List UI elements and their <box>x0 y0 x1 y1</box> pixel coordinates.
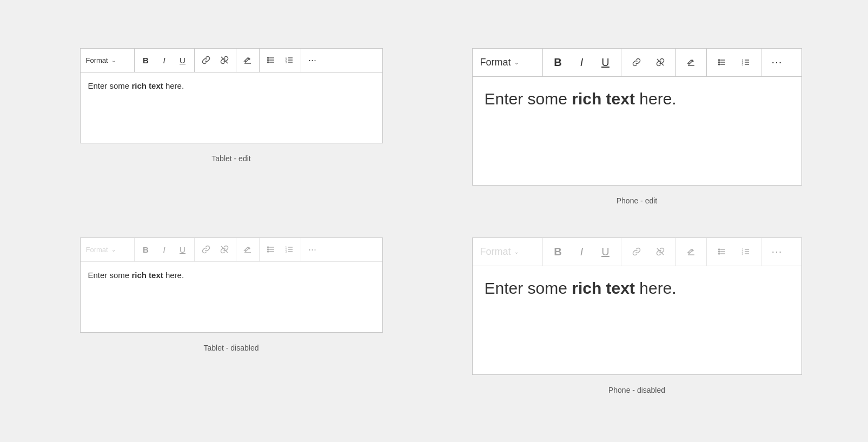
toolbar-group-style-phone: B I U <box>543 49 621 76</box>
chevron-down-icon: ⌄ <box>111 57 116 63</box>
bold-button-phone-disabled: B <box>546 238 570 266</box>
more-button[interactable]: ⋯ <box>303 49 322 72</box>
content-end-phone-disabled: here. <box>635 279 677 297</box>
list-button[interactable] <box>262 49 280 72</box>
tablet-edit-label: Tablet - edit <box>211 154 250 163</box>
format-dropdown-phone-disabled: Format ⌄ <box>473 238 543 266</box>
unlink-button-phone-disabled <box>648 238 672 266</box>
italic-button[interactable]: I <box>155 49 174 72</box>
page-wrapper: Format ⌄ B I U <box>29 27 840 416</box>
svg-point-21 <box>718 64 719 65</box>
toolbar-group-more-1: ⋯ <box>301 49 324 72</box>
editor-content-phone-edit[interactable]: Enter some rich text here. <box>473 77 801 185</box>
content-plain-phone: Enter some <box>485 90 572 108</box>
underline-button-disabled: U <box>174 238 192 261</box>
svg-point-5 <box>267 57 268 58</box>
content-plain-phone-disabled: Enter some <box>485 279 572 297</box>
ordered-list-button-disabled: 1 2 3 <box>280 238 299 261</box>
toolbar-group-highlight-phone-disabled <box>676 238 707 266</box>
toolbar-group-style-phone-disabled: B I U <box>543 238 621 266</box>
more-button-phone[interactable]: ⋯ <box>765 49 789 76</box>
bold-button-phone[interactable]: B <box>546 49 570 76</box>
toolbar-group-link-phone <box>621 49 676 76</box>
format-dropdown-tablet-disabled: Format ⌄ <box>81 238 135 261</box>
format-dropdown-phone-edit[interactable]: Format ⌄ <box>473 49 543 76</box>
bold-button-disabled: B <box>137 238 155 261</box>
toolbar-group-link-phone-disabled <box>621 238 676 266</box>
highlight-button-phone[interactable] <box>679 49 703 76</box>
toolbar-tablet-disabled: Format ⌄ B I U <box>81 238 382 262</box>
svg-point-33 <box>267 247 268 248</box>
toolbar-group-highlight-phone <box>676 49 707 76</box>
toolbar-group-style-disabled: B I U <box>135 238 195 261</box>
list-button-phone[interactable] <box>710 49 734 76</box>
toolbar-group-highlight-1 <box>236 49 260 72</box>
phone-disabled-demo: Format ⌄ B I U <box>456 238 818 394</box>
italic-button-disabled: I <box>155 238 174 261</box>
toolbar-group-list-1: 1 2 3 <box>260 49 301 72</box>
content-bold-phone: rich text <box>572 90 635 108</box>
ordered-list-button-phone[interactable]: 1 2 3 <box>734 49 758 76</box>
underline-button-phone[interactable]: U <box>594 49 618 76</box>
toolbar-phone-disabled: Format ⌄ B I U <box>473 238 801 266</box>
content-end-disabled: here. <box>163 271 184 280</box>
underline-button-phone-disabled: U <box>594 238 618 266</box>
content-plain-1: Enter some <box>88 81 132 90</box>
format-label: Format <box>86 56 108 64</box>
phone-disabled-label: Phone - disabled <box>608 386 665 394</box>
ordered-list-button[interactable]: 1 2 3 <box>280 49 299 72</box>
tablet-edit-demo: Format ⌄ B I U <box>50 48 413 205</box>
highlight-button[interactable] <box>238 49 257 72</box>
toolbar-group-list-disabled: 1 2 3 <box>260 238 301 261</box>
format-dropdown-tablet-edit[interactable]: Format ⌄ <box>81 49 135 72</box>
svg-point-7 <box>267 62 268 63</box>
highlight-button-disabled <box>238 238 257 261</box>
editor-content-tablet-disabled: Enter some rich text here. <box>81 262 382 332</box>
link-button-disabled <box>197 238 215 261</box>
svg-point-47 <box>718 249 719 250</box>
toolbar-phone-edit: Format ⌄ B I U <box>473 49 801 77</box>
italic-button-phone-disabled: I <box>570 238 594 266</box>
content-bold-phone-disabled: rich text <box>572 279 635 297</box>
link-button-phone[interactable] <box>625 49 648 76</box>
unlink-button-disabled <box>215 238 234 261</box>
unlink-button-phone[interactable] <box>648 49 672 76</box>
more-button-phone-disabled: ⋯ <box>765 238 789 266</box>
editor-content-tablet-edit[interactable]: Enter some rich text here. <box>81 72 382 143</box>
more-button-disabled: ⋯ <box>303 238 322 261</box>
tablet-edit-editor-box: Format ⌄ B I U <box>80 48 383 143</box>
link-button[interactable] <box>197 49 215 72</box>
format-label-phone-disabled: Format <box>480 246 511 258</box>
toolbar-group-link-disabled <box>195 238 236 261</box>
content-bold-1: rich text <box>131 81 163 90</box>
bold-button[interactable]: B <box>137 49 155 72</box>
list-button-phone-disabled <box>710 238 734 266</box>
phone-disabled-editor-box: Format ⌄ B I U <box>472 238 802 375</box>
content-end-1: here. <box>163 81 184 90</box>
chevron-down-icon-disabled: ⌄ <box>111 247 116 253</box>
phone-edit-demo: Format ⌄ B I U <box>456 48 818 205</box>
ordered-list-button-phone-disabled: 1 2 3 <box>734 238 758 266</box>
toolbar-group-list-phone: 1 2 3 <box>707 49 761 76</box>
svg-point-6 <box>267 60 268 61</box>
italic-button-phone[interactable]: I <box>570 49 594 76</box>
svg-text:3: 3 <box>285 61 287 64</box>
unlink-button[interactable] <box>215 49 234 72</box>
format-label-phone: Format <box>480 57 511 68</box>
content-bold-disabled: rich text <box>131 271 163 280</box>
chevron-down-icon-phone-disabled: ⌄ <box>514 249 519 255</box>
svg-point-35 <box>267 251 268 252</box>
toolbar-group-style-1: B I U <box>135 49 195 72</box>
editor-content-phone-disabled: Enter some rich text here. <box>473 266 801 374</box>
phone-edit-editor-box: Format ⌄ B I U <box>472 48 802 186</box>
underline-button[interactable]: U <box>174 49 192 72</box>
content-plain-disabled: Enter some <box>88 271 132 280</box>
tablet-disabled-editor-box: Format ⌄ B I U <box>80 238 383 333</box>
link-button-phone-disabled <box>625 238 648 266</box>
toolbar-group-more-disabled: ⋯ <box>301 238 324 261</box>
toolbar-group-list-phone-disabled: 1 2 3 <box>707 238 761 266</box>
svg-point-48 <box>718 251 719 252</box>
svg-point-49 <box>718 253 719 254</box>
toolbar-group-link-1 <box>195 49 236 72</box>
toolbar-group-more-phone: ⋯ <box>761 49 792 76</box>
